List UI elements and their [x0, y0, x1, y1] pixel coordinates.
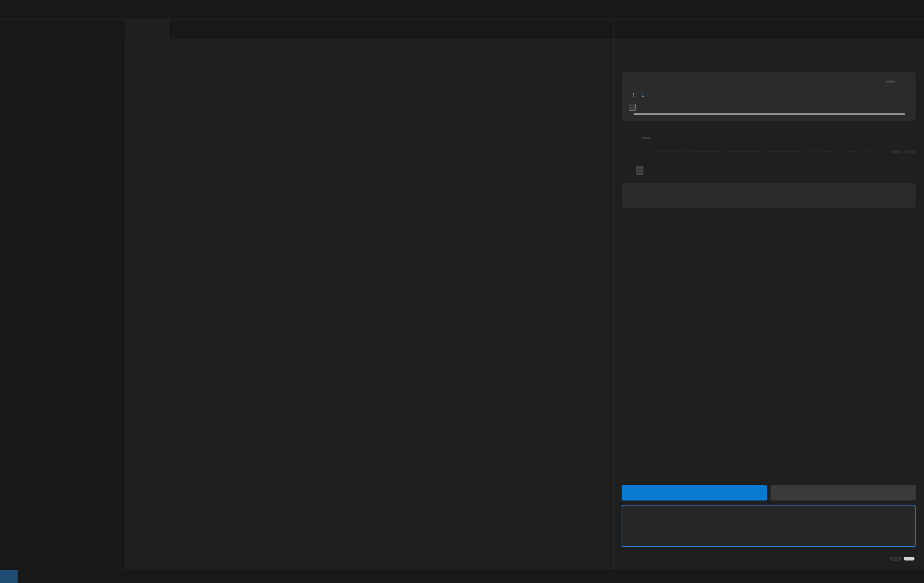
- vscode-window: ↑ ↓: [0, 0, 924, 583]
- tool-card: [622, 183, 916, 208]
- root-folder-row[interactable]: [0, 61, 125, 74]
- json-braces-icon: [860, 573, 868, 581]
- status-right: [821, 573, 924, 581]
- chevron-up-icon[interactable]: [907, 468, 915, 477]
- task-actions: [885, 91, 910, 99]
- composer-footer: [623, 552, 914, 566]
- api-request-row[interactable]: [622, 133, 916, 142]
- tool-request-icon: [622, 165, 632, 175]
- context-progress-row: [628, 113, 910, 115]
- tokens-row: ↑ ↓: [628, 91, 910, 99]
- cline-panel: ↑ ↓: [613, 20, 924, 570]
- notifications[interactable]: [911, 573, 918, 581]
- message-input-box[interactable]: [622, 505, 916, 547]
- api-cost-badge: [641, 137, 651, 139]
- errors-icon: [50, 573, 57, 581]
- chevron-down-icon: [2, 63, 10, 71]
- problems-status[interactable]: [50, 573, 72, 581]
- activity-bar: [0, 20, 125, 38]
- mcp-server-chip: [636, 166, 643, 175]
- model-icon[interactable]: [667, 555, 675, 563]
- sidebar: [0, 20, 126, 570]
- amp-icon: [893, 573, 900, 581]
- breadcrumb: [126, 39, 613, 54]
- explorer-more-icon[interactable]: [107, 44, 117, 52]
- restore-button[interactable]: [905, 150, 916, 153]
- check-icon: [623, 133, 631, 142]
- context-progress-fill: [633, 113, 905, 115]
- mention-icon[interactable]: [623, 555, 631, 563]
- checkpoint-row: [622, 149, 916, 155]
- chevron-right-icon: [3, 559, 11, 567]
- workbench: ↑ ↓: [0, 20, 924, 570]
- language-mode[interactable]: [860, 573, 870, 581]
- chevron-down-icon[interactable]: [628, 78, 636, 86]
- auto-approve-row: [622, 468, 916, 477]
- task-cost-badge: [886, 81, 895, 83]
- action-buttons: [622, 485, 916, 501]
- cline-body: ↑ ↓: [614, 63, 924, 570]
- task-card: ↑ ↓: [622, 72, 916, 121]
- checkpoint-divider: [636, 152, 886, 152]
- chevron-down-icon[interactable]: [906, 133, 914, 142]
- bell-icon: [911, 573, 918, 581]
- tab-bar: [126, 20, 613, 39]
- mode-toggle: [890, 557, 914, 560]
- warnings-icon: [62, 573, 70, 581]
- message-input[interactable]: [629, 511, 909, 525]
- arrow-down-icon: ↓: [642, 91, 645, 99]
- tool-intro: [622, 165, 916, 176]
- reject-button[interactable]: [771, 485, 916, 501]
- task-header-row: [628, 77, 910, 86]
- context-progress-track: [633, 113, 905, 115]
- editor-group: [126, 20, 613, 570]
- code-editor[interactable]: [126, 54, 613, 570]
- beaker-status[interactable]: [877, 573, 885, 581]
- act-mode-toggle[interactable]: [904, 557, 914, 560]
- sync-icon: [35, 573, 43, 581]
- tab-cline-mcp-settings[interactable]: [126, 20, 169, 39]
- git-branch-icon: [23, 573, 31, 581]
- tool-intro-text: [636, 165, 643, 176]
- title-bar: [0, 0, 924, 20]
- compare-button[interactable]: [892, 150, 902, 153]
- add-context-icon[interactable]: [638, 555, 646, 563]
- status-bar: [0, 570, 924, 583]
- send-icon[interactable]: [900, 533, 910, 543]
- tool-name-row: [629, 190, 909, 199]
- panel-toolbar: [614, 20, 924, 39]
- cline-header: [614, 39, 924, 63]
- explorer-header: [0, 38, 125, 55]
- timeline-section[interactable]: [0, 557, 125, 570]
- remote-indicator[interactable]: [0, 570, 18, 583]
- plan-mode-toggle[interactable]: [890, 557, 901, 560]
- beaker-icon: [877, 573, 885, 581]
- slash-commands-icon[interactable]: [653, 555, 661, 563]
- context-window-icon: [629, 104, 636, 111]
- close-task-icon[interactable]: [901, 77, 910, 86]
- arrow-up-icon: ↑: [632, 91, 636, 99]
- package-icon: [629, 190, 639, 199]
- branch-status[interactable]: [23, 573, 43, 581]
- amp-tab-status[interactable]: [893, 573, 903, 581]
- text-cursor: [629, 512, 629, 520]
- copy-icon[interactable]: [885, 91, 893, 99]
- approve-button[interactable]: [622, 485, 767, 501]
- delete-icon[interactable]: [898, 91, 906, 99]
- bookmark-icon: [622, 149, 628, 155]
